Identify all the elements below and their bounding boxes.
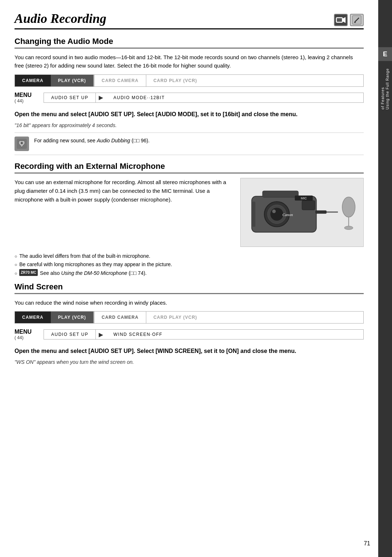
menu-row-2: MENU ( 44) AUDIO SET UP ▶ WIND SCREEN·OF… (15, 329, 364, 340)
bullet-text-3: See also Using the DM-50 Microphone (□□ … (40, 269, 147, 278)
menu-step2-1: AUDIO MODE··12bit (106, 93, 172, 102)
mode-card-play-vcr-2: CARD PLAY (VCR) (146, 312, 204, 323)
page-title: Audio Recording (15, 11, 364, 29)
page: E of Features Using the Full Range Audio… (0, 0, 392, 557)
svg-point-7 (21, 142, 23, 144)
sidebar-e-label: E (378, 47, 392, 61)
menu-steps-1: AUDIO SET UP ▶ AUDIO MODE··12bit (44, 93, 364, 103)
menu-label-wrap-2: MENU ( 44) (15, 329, 44, 340)
mode-camera-2: CAMERA (15, 312, 51, 323)
note-box-1: For adding new sound, see Audio Dubbing … (15, 133, 364, 155)
mode-card-camera-2: CARD CAMERA (94, 312, 146, 323)
svg-point-12 (270, 208, 283, 221)
mode-camera-1: CAMERA (15, 75, 51, 86)
bullet-item-2: ○ Be careful with long microphones as th… (15, 260, 364, 269)
menu-row-1: MENU ( 44) AUDIO SET UP ▶ AUDIO MODE··12… (15, 92, 364, 103)
svg-rect-14 (262, 191, 298, 197)
menu-label-2: MENU (15, 329, 44, 335)
section1-instruction: Open the menu and select [AUDIO SET UP].… (15, 110, 364, 119)
mode-bar-2: CAMERA PLAY (VCR) CARD CAMERA CARD PLAY … (15, 311, 364, 324)
page-number: 71 (364, 540, 370, 547)
section1-note-italic: "16 bit" appears for approximately 4 sec… (15, 122, 364, 128)
title-text: Audio Recording (15, 11, 106, 26)
title-icons (334, 14, 364, 26)
section3-note-italic: "WS ON" appears when you turn the wind s… (15, 359, 364, 365)
zr70-badge: ZR70 MC (19, 269, 38, 276)
main-content: Audio Recording (0, 0, 378, 380)
menu-ref-1: ( 44) (15, 98, 44, 103)
mode-card-play-vcr-1: CARD PLAY (VCR) (146, 75, 204, 86)
bullet-item-1: ○ The audio level differs from that of t… (15, 252, 364, 261)
section3-instruction: Open the menu and select [AUDIO SET UP].… (15, 347, 364, 355)
menu-ref-2: ( 44) (15, 335, 44, 340)
svg-marker-1 (343, 17, 346, 23)
section1-heading: Changing the Audio Mode (15, 37, 364, 49)
bullet-text-1: The audio level differs from that of the… (19, 252, 150, 261)
svg-rect-24 (252, 202, 255, 227)
bullet-item-3: ○ ZR70 MC See also Using the DM-50 Micro… (15, 269, 364, 278)
note-icon-1 (15, 137, 29, 151)
camera-illustration: MIC Canon (240, 178, 364, 247)
menu-step1-1: AUDIO SET UP (44, 93, 96, 102)
section2-heading: Recording with an External Microphone (15, 162, 364, 174)
pen-icon (350, 14, 364, 26)
section1-body: You can record sound in two audio modes—… (15, 53, 364, 70)
menu-label-wrap-1: MENU ( 44) (15, 92, 44, 103)
menu-label-1: MENU (15, 92, 44, 98)
section2-bullets: ○ The audio level differs from that of t… (15, 252, 364, 278)
mode-card-camera-1: CARD CAMERA (94, 75, 146, 86)
bullet-text-2: Be careful with long microphones as they… (19, 260, 172, 269)
menu-arrow-2: ▶ (96, 331, 106, 338)
recording-section-body: You can use an external microphone for r… (15, 178, 364, 247)
section3-heading: Wind Screen (15, 282, 364, 294)
note-box-text-1: For adding new sound, see Audio Dubbing … (34, 137, 150, 145)
menu-steps-2: AUDIO SET UP ▶ WIND SCREEN·OFF (44, 329, 364, 340)
menu-step2-2: WIND SCREEN·OFF (106, 330, 170, 339)
mode-bar-1: CAMERA PLAY (VCR) CARD CAMERA CARD PLAY … (15, 74, 364, 87)
svg-point-22 (344, 226, 353, 229)
svg-rect-18 (316, 211, 327, 214)
bullet-circle-2: ○ (15, 261, 17, 268)
menu-step1-2: AUDIO SET UP (44, 330, 96, 339)
mode-play-vcr-1: PLAY (VCR) (51, 75, 93, 86)
sidebar-vertical-text: of Features Using the Full Range (380, 68, 390, 109)
section2-body: You can use an external microphone for r… (15, 178, 233, 247)
svg-point-13 (272, 210, 276, 213)
svg-point-20 (342, 197, 355, 217)
svg-rect-15 (302, 200, 315, 210)
camcorder-icon (334, 14, 348, 26)
bullet-circle-1: ○ (15, 253, 17, 260)
right-sidebar: E of Features Using the Full Range (378, 0, 392, 557)
bullet-circle-3: ○ (15, 270, 17, 277)
svg-rect-2 (337, 18, 342, 22)
menu-arrow-1: ▶ (96, 94, 106, 101)
mode-play-vcr-2: PLAY (VCR) (51, 312, 93, 323)
section3-body: You can reduce the wind noise when recor… (15, 298, 364, 307)
svg-text:MIC: MIC (301, 196, 307, 200)
svg-text:Canon: Canon (282, 212, 293, 216)
